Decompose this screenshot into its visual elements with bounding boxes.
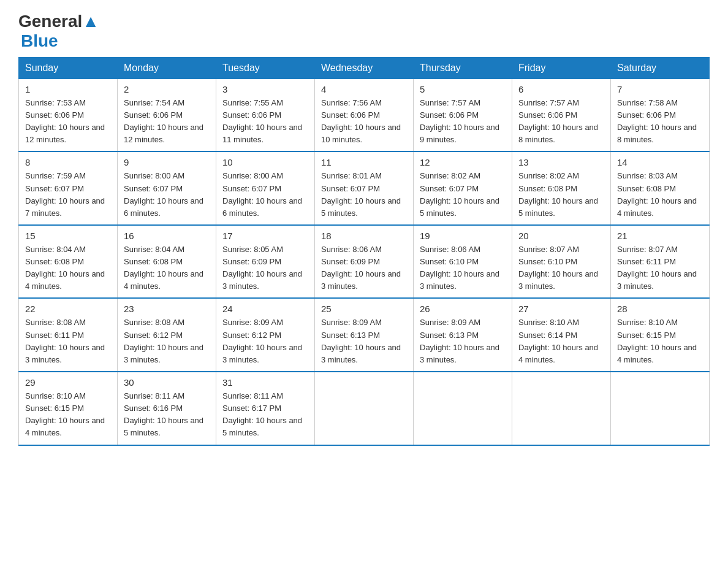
day-number: 29 bbox=[25, 377, 111, 388]
weekday-header-saturday: Saturday bbox=[611, 57, 710, 79]
day-number: 28 bbox=[617, 304, 703, 314]
day-number: 17 bbox=[222, 231, 308, 241]
day-info: Sunrise: 8:06 AM Sunset: 6:10 PM Dayligh… bbox=[420, 243, 506, 293]
calendar-cell: 10 Sunrise: 8:00 AM Sunset: 6:07 PM Dayl… bbox=[216, 151, 315, 225]
calendar-cell: 28 Sunrise: 8:10 AM Sunset: 6:15 PM Dayl… bbox=[611, 298, 710, 372]
calendar-cell: 6 Sunrise: 7:57 AM Sunset: 6:06 PM Dayli… bbox=[512, 79, 611, 151]
day-info: Sunrise: 8:02 AM Sunset: 6:07 PM Dayligh… bbox=[420, 170, 506, 220]
day-info: Sunrise: 8:08 AM Sunset: 6:12 PM Dayligh… bbox=[124, 316, 210, 366]
day-info: Sunrise: 7:57 AM Sunset: 6:06 PM Dayligh… bbox=[420, 97, 506, 147]
day-number: 31 bbox=[222, 377, 308, 388]
day-info: Sunrise: 8:00 AM Sunset: 6:07 PM Dayligh… bbox=[222, 170, 308, 220]
day-number: 19 bbox=[420, 231, 506, 241]
day-number: 10 bbox=[222, 157, 308, 167]
day-number: 23 bbox=[124, 304, 210, 314]
day-number: 21 bbox=[617, 231, 703, 241]
day-number: 16 bbox=[124, 231, 210, 241]
day-number: 5 bbox=[420, 84, 506, 94]
day-number: 14 bbox=[617, 157, 703, 167]
day-info: Sunrise: 8:11 AM Sunset: 6:17 PM Dayligh… bbox=[222, 390, 308, 440]
logo-text: General▲ bbox=[18, 12, 99, 31]
calendar-cell: 7 Sunrise: 7:58 AM Sunset: 6:06 PM Dayli… bbox=[611, 79, 710, 151]
calendar-cell bbox=[611, 372, 710, 445]
calendar-table: SundayMondayTuesdayWednesdayThursdayFrid… bbox=[18, 57, 710, 446]
calendar-week-row: 22 Sunrise: 8:08 AM Sunset: 6:11 PM Dayl… bbox=[19, 298, 710, 372]
calendar-cell: 22 Sunrise: 8:08 AM Sunset: 6:11 PM Dayl… bbox=[19, 298, 118, 372]
calendar-cell: 24 Sunrise: 8:09 AM Sunset: 6:12 PM Dayl… bbox=[216, 298, 315, 372]
day-info: Sunrise: 7:54 AM Sunset: 6:06 PM Dayligh… bbox=[124, 97, 210, 147]
calendar-cell: 21 Sunrise: 8:07 AM Sunset: 6:11 PM Dayl… bbox=[611, 225, 710, 299]
day-number: 26 bbox=[420, 304, 506, 314]
day-info: Sunrise: 7:57 AM Sunset: 6:06 PM Dayligh… bbox=[518, 97, 604, 147]
day-info: Sunrise: 8:00 AM Sunset: 6:07 PM Dayligh… bbox=[124, 170, 210, 220]
day-info: Sunrise: 8:08 AM Sunset: 6:11 PM Dayligh… bbox=[25, 316, 111, 366]
day-info: Sunrise: 8:10 AM Sunset: 6:15 PM Dayligh… bbox=[617, 316, 703, 366]
calendar-cell: 9 Sunrise: 8:00 AM Sunset: 6:07 PM Dayli… bbox=[118, 151, 216, 225]
day-number: 7 bbox=[617, 84, 703, 94]
day-number: 20 bbox=[518, 231, 604, 241]
weekday-header-friday: Friday bbox=[512, 57, 611, 79]
day-number: 24 bbox=[222, 304, 308, 314]
day-number: 25 bbox=[321, 304, 407, 314]
day-info: Sunrise: 8:11 AM Sunset: 6:16 PM Dayligh… bbox=[124, 390, 210, 440]
calendar-week-row: 8 Sunrise: 7:59 AM Sunset: 6:07 PM Dayli… bbox=[19, 151, 710, 225]
day-info: Sunrise: 7:59 AM Sunset: 6:07 PM Dayligh… bbox=[25, 170, 111, 220]
day-info: Sunrise: 8:09 AM Sunset: 6:13 PM Dayligh… bbox=[321, 316, 407, 366]
calendar-cell: 12 Sunrise: 8:02 AM Sunset: 6:07 PM Dayl… bbox=[414, 151, 512, 225]
calendar-cell: 26 Sunrise: 8:09 AM Sunset: 6:13 PM Dayl… bbox=[414, 298, 512, 372]
calendar-cell: 8 Sunrise: 7:59 AM Sunset: 6:07 PM Dayli… bbox=[19, 151, 118, 225]
page-header: General▲ Blue bbox=[18, 12, 710, 51]
day-number: 22 bbox=[25, 304, 111, 314]
weekday-header-row: SundayMondayTuesdayWednesdayThursdayFrid… bbox=[19, 57, 710, 79]
calendar-header: SundayMondayTuesdayWednesdayThursdayFrid… bbox=[19, 57, 710, 79]
calendar-cell: 31 Sunrise: 8:11 AM Sunset: 6:17 PM Dayl… bbox=[216, 372, 315, 445]
day-number: 30 bbox=[124, 377, 210, 388]
calendar-cell bbox=[315, 372, 414, 445]
calendar-cell: 20 Sunrise: 8:07 AM Sunset: 6:10 PM Dayl… bbox=[512, 225, 611, 299]
calendar-body: 1 Sunrise: 7:53 AM Sunset: 6:06 PM Dayli… bbox=[19, 79, 710, 445]
day-number: 18 bbox=[321, 231, 407, 241]
day-number: 4 bbox=[321, 84, 407, 94]
day-info: Sunrise: 8:01 AM Sunset: 6:07 PM Dayligh… bbox=[321, 170, 407, 220]
day-info: Sunrise: 8:07 AM Sunset: 6:10 PM Dayligh… bbox=[518, 243, 604, 293]
day-info: Sunrise: 7:53 AM Sunset: 6:06 PM Dayligh… bbox=[25, 97, 111, 147]
calendar-cell: 15 Sunrise: 8:04 AM Sunset: 6:08 PM Dayl… bbox=[19, 225, 118, 299]
day-info: Sunrise: 8:10 AM Sunset: 6:15 PM Dayligh… bbox=[25, 390, 111, 440]
calendar-cell: 16 Sunrise: 8:04 AM Sunset: 6:08 PM Dayl… bbox=[118, 225, 216, 299]
day-info: Sunrise: 8:02 AM Sunset: 6:08 PM Dayligh… bbox=[518, 170, 604, 220]
weekday-header-wednesday: Wednesday bbox=[315, 57, 414, 79]
day-info: Sunrise: 8:04 AM Sunset: 6:08 PM Dayligh… bbox=[25, 243, 111, 293]
calendar-cell: 29 Sunrise: 8:10 AM Sunset: 6:15 PM Dayl… bbox=[19, 372, 118, 445]
day-number: 27 bbox=[518, 304, 604, 314]
calendar-cell: 11 Sunrise: 8:01 AM Sunset: 6:07 PM Dayl… bbox=[315, 151, 414, 225]
day-info: Sunrise: 7:56 AM Sunset: 6:06 PM Dayligh… bbox=[321, 97, 407, 147]
calendar-cell: 3 Sunrise: 7:55 AM Sunset: 6:06 PM Dayli… bbox=[216, 79, 315, 151]
calendar-cell bbox=[414, 372, 512, 445]
day-number: 15 bbox=[25, 231, 111, 241]
calendar-cell: 25 Sunrise: 8:09 AM Sunset: 6:13 PM Dayl… bbox=[315, 298, 414, 372]
weekday-header-tuesday: Tuesday bbox=[216, 57, 315, 79]
day-info: Sunrise: 7:55 AM Sunset: 6:06 PM Dayligh… bbox=[222, 97, 308, 147]
day-info: Sunrise: 8:05 AM Sunset: 6:09 PM Dayligh… bbox=[222, 243, 308, 293]
calendar-week-row: 29 Sunrise: 8:10 AM Sunset: 6:15 PM Dayl… bbox=[19, 372, 710, 445]
calendar-week-row: 1 Sunrise: 7:53 AM Sunset: 6:06 PM Dayli… bbox=[19, 79, 710, 151]
day-number: 2 bbox=[124, 84, 210, 94]
calendar-cell: 30 Sunrise: 8:11 AM Sunset: 6:16 PM Dayl… bbox=[118, 372, 216, 445]
weekday-header-thursday: Thursday bbox=[414, 57, 512, 79]
calendar-cell: 1 Sunrise: 7:53 AM Sunset: 6:06 PM Dayli… bbox=[19, 79, 118, 151]
calendar-cell: 19 Sunrise: 8:06 AM Sunset: 6:10 PM Dayl… bbox=[414, 225, 512, 299]
day-info: Sunrise: 8:07 AM Sunset: 6:11 PM Dayligh… bbox=[617, 243, 703, 293]
calendar-cell: 5 Sunrise: 7:57 AM Sunset: 6:06 PM Dayli… bbox=[414, 79, 512, 151]
weekday-header-sunday: Sunday bbox=[19, 57, 118, 79]
day-number: 6 bbox=[518, 84, 604, 94]
day-number: 8 bbox=[25, 157, 111, 167]
day-info: Sunrise: 8:04 AM Sunset: 6:08 PM Dayligh… bbox=[124, 243, 210, 293]
calendar-cell bbox=[512, 372, 611, 445]
calendar-cell: 13 Sunrise: 8:02 AM Sunset: 6:08 PM Dayl… bbox=[512, 151, 611, 225]
calendar-cell: 14 Sunrise: 8:03 AM Sunset: 6:08 PM Dayl… bbox=[611, 151, 710, 225]
day-number: 9 bbox=[124, 157, 210, 167]
day-number: 12 bbox=[420, 157, 506, 167]
calendar-cell: 2 Sunrise: 7:54 AM Sunset: 6:06 PM Dayli… bbox=[118, 79, 216, 151]
day-number: 3 bbox=[222, 84, 308, 94]
calendar-cell: 17 Sunrise: 8:05 AM Sunset: 6:09 PM Dayl… bbox=[216, 225, 315, 299]
